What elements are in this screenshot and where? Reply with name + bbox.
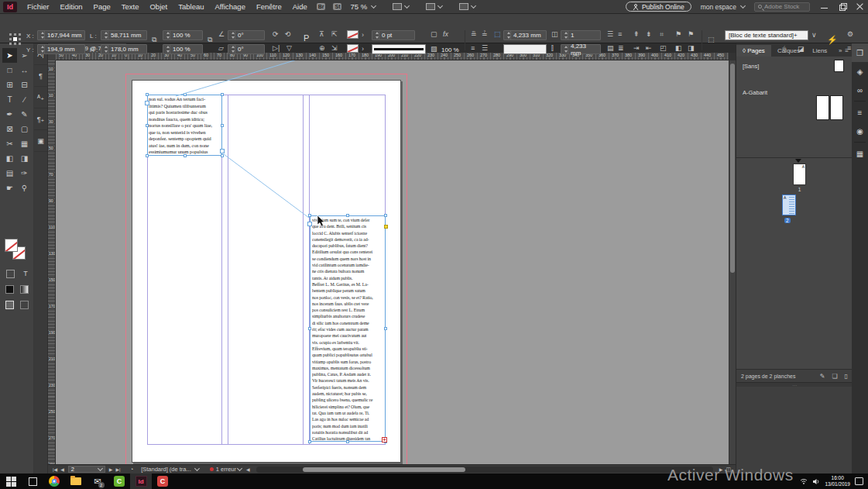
rotate-cw-icon[interactable]: ⟳ bbox=[273, 31, 279, 38]
stock-button[interactable]: St bbox=[333, 3, 341, 10]
paragraph-styles-panel-icon[interactable]: ¶₊ bbox=[34, 108, 47, 130]
stepper-icon[interactable] bbox=[104, 31, 108, 40]
gradient-swatch-tool[interactable]: ◧ bbox=[2, 151, 17, 166]
overset-text-indicator[interactable]: + bbox=[382, 437, 387, 443]
selection-handle[interactable] bbox=[308, 327, 311, 330]
master-a-right-thumbnail[interactable] bbox=[830, 95, 843, 120]
text-wrap-panel-icon[interactable]: ▣ bbox=[34, 130, 47, 152]
menu-item[interactable]: Fenêtre bbox=[251, 0, 287, 14]
lightning-adobe-sensei-icon[interactable]: ⚡ bbox=[827, 36, 838, 44]
camtasia-recorder-icon[interactable]: C bbox=[152, 474, 173, 489]
free-transform-tool[interactable]: ▦ bbox=[17, 136, 32, 151]
shear-angle-field[interactable]: 0° bbox=[228, 44, 265, 54]
file-explorer-icon[interactable] bbox=[65, 474, 87, 489]
page-2-thumbnail[interactable]: A bbox=[782, 195, 796, 215]
new-spread-button[interactable]: ❏ bbox=[832, 373, 837, 380]
menu-item[interactable]: Aide bbox=[287, 0, 313, 14]
valign-justify-icon[interactable]: ☰ bbox=[482, 45, 488, 52]
page-1-thumbnail[interactable]: A bbox=[793, 164, 806, 185]
selection-handle[interactable] bbox=[384, 327, 387, 330]
selection-handle[interactable] bbox=[184, 154, 187, 157]
clear-overrides-icon[interactable]: 🖰 bbox=[782, 46, 786, 53]
rotate-ccw-icon[interactable]: ⟲ bbox=[285, 31, 291, 38]
edit-page-size-button[interactable]: ✎ bbox=[820, 373, 825, 380]
fill-color-swatch[interactable] bbox=[347, 44, 359, 53]
center-content-icon[interactable]: ⊕ bbox=[319, 45, 325, 52]
selection-handle[interactable] bbox=[308, 440, 311, 443]
horizontal-scrollbar[interactable] bbox=[256, 467, 713, 473]
flag-left-icon[interactable]: ⚑ bbox=[675, 31, 681, 38]
selection-handle[interactable] bbox=[221, 93, 224, 96]
chevron-down-icon[interactable] bbox=[237, 466, 242, 471]
menu-item[interactable]: Tableau bbox=[173, 0, 209, 14]
chevron-down-icon[interactable] bbox=[371, 3, 376, 9]
valign-top-icon[interactable]: ≞ bbox=[471, 31, 477, 38]
chrome-icon[interactable] bbox=[43, 474, 65, 489]
previous-page-button[interactable]: ◀ bbox=[60, 467, 64, 472]
menu-item[interactable]: Fichier bbox=[22, 0, 55, 14]
adobe-stock-search-input[interactable]: Adobe Stock bbox=[754, 2, 810, 12]
text-frame-options-icon[interactable]: ◰ bbox=[660, 45, 667, 52]
selection-handle[interactable] bbox=[146, 154, 149, 157]
flip-vertical-icon[interactable]: ▽ bbox=[286, 45, 292, 52]
next-page-button[interactable]: ▶ bbox=[109, 467, 113, 472]
fill-frame-icon[interactable]: ⇲ bbox=[331, 45, 338, 52]
menu-item[interactable]: Objet bbox=[144, 0, 173, 14]
camtasia-icon[interactable]: C bbox=[108, 474, 130, 489]
arrange-documents-button[interactable] bbox=[459, 3, 479, 10]
indent-left-icon[interactable]: ⇥ bbox=[633, 45, 640, 52]
stroke-color-swatch[interactable] bbox=[347, 30, 359, 39]
cc-libraries-panel-icon[interactable]: ▦ bbox=[852, 144, 868, 163]
align-right-icon[interactable]: ≣ bbox=[618, 45, 624, 52]
flip-horizontal-icon[interactable]: ▷| bbox=[273, 45, 280, 52]
valign-center-icon[interactable]: ≡ bbox=[471, 45, 475, 52]
tab-pages[interactable]: ◊ Pages bbox=[736, 45, 771, 57]
selection-handle[interactable] bbox=[146, 124, 149, 127]
apply-gradient-button[interactable] bbox=[20, 285, 29, 294]
menu-item[interactable]: Affichage bbox=[209, 0, 250, 14]
valign-bottom-icon[interactable]: ≟ bbox=[482, 31, 488, 38]
zoom-level-select[interactable]: 75 % bbox=[350, 2, 367, 11]
paragraph-panel-icon[interactable]: ¶ bbox=[34, 65, 47, 87]
view-options-button[interactable] bbox=[393, 3, 412, 10]
bridge-button[interactable]: Br bbox=[317, 3, 326, 10]
flag-right-icon[interactable]: ⚑ bbox=[688, 31, 694, 38]
object-style-select[interactable]: [Bloc de texte standard]+ bbox=[725, 30, 808, 40]
master-a-left-thumbnail[interactable] bbox=[816, 95, 829, 120]
selection-tool[interactable]: ➤ bbox=[2, 48, 17, 63]
stroke-color-expand-icon[interactable]: › bbox=[362, 32, 364, 39]
document-canvas[interactable]: non sul. sodus An tertum faci-litimis? Q… bbox=[56, 60, 729, 464]
spread-indicator-icon[interactable] bbox=[795, 159, 801, 163]
align-justify-icon[interactable]: ▤ bbox=[607, 45, 614, 52]
selection-handle[interactable] bbox=[221, 154, 224, 157]
pages-panel-icon[interactable]: ❐ bbox=[852, 43, 868, 62]
delete-page-button[interactable]: ▯ bbox=[845, 373, 848, 380]
width-field[interactable]: 58,711 mm bbox=[101, 30, 147, 40]
content-collector-tool[interactable]: ⊞ bbox=[2, 77, 17, 92]
formatting-affects-text-button[interactable]: T bbox=[23, 270, 28, 278]
minimize-button[interactable] bbox=[821, 3, 828, 10]
panel-menu-icon[interactable]: ≡ bbox=[847, 45, 851, 52]
vertical-ruler[interactable]: 1010305070901101301501701902102302502702… bbox=[48, 60, 56, 464]
links-panel-icon[interactable]: ∞ bbox=[852, 81, 868, 99]
indent-right-icon[interactable]: ⇤ bbox=[646, 45, 652, 52]
note-tool[interactable]: ▤ bbox=[2, 166, 17, 181]
first-page-button[interactable]: |◀ bbox=[53, 467, 57, 472]
selection-handle[interactable] bbox=[346, 440, 349, 443]
collapse-panels-icon[interactable]: » bbox=[839, 47, 845, 57]
paragraph-rule-select[interactable] bbox=[503, 44, 547, 54]
align-center-icon[interactable]: ≡ bbox=[618, 31, 622, 38]
task-view-button[interactable] bbox=[22, 474, 43, 489]
space-before-icon[interactable]: ⇞ bbox=[633, 31, 640, 38]
menu-item[interactable]: Page bbox=[88, 0, 116, 14]
publish-online-button[interactable]: Publish Online bbox=[626, 2, 691, 12]
tab-liens[interactable]: Liens bbox=[806, 45, 833, 57]
height-field[interactable]: 178,0 mm bbox=[101, 44, 147, 54]
selection-handle[interactable] bbox=[308, 214, 311, 217]
wifi-icon[interactable] bbox=[800, 478, 808, 484]
align-left-icon[interactable]: ☰ bbox=[607, 31, 613, 38]
layers-panel-icon[interactable]: ◈ bbox=[852, 62, 868, 81]
corner-options-icon[interactable]: ▢ bbox=[431, 31, 437, 38]
color-panel-icon[interactable]: ◉ bbox=[852, 122, 868, 140]
stepper-icon[interactable] bbox=[40, 31, 45, 40]
